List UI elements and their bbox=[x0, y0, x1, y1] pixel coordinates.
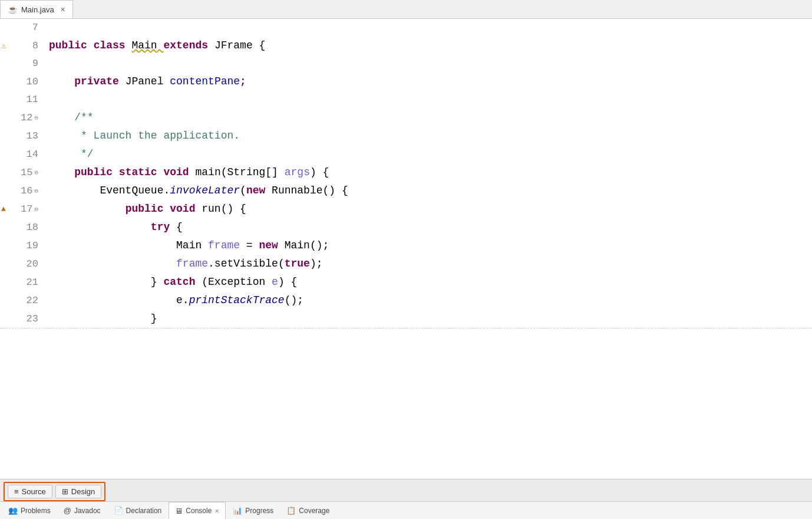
tab-label: Main.java bbox=[21, 5, 54, 14]
fold-icon[interactable]: ⊖ bbox=[34, 182, 38, 200]
bottom-tab-icon: 📄 bbox=[114, 506, 123, 515]
code-text: public class Main extends JFrame { bbox=[44, 37, 812, 54]
code-line: 7 bbox=[0, 19, 812, 37]
bottom-tabs-bar: 👥Problems@Javadoc📄Declaration🖥Console✕📊P… bbox=[0, 501, 812, 519]
source-design-bar: ≡ Source ⊞ Design bbox=[0, 479, 812, 501]
line-number: 23 bbox=[0, 310, 44, 328]
code-line: ⚠8public class Main extends JFrame { bbox=[0, 37, 812, 55]
bottom-tab-close-icon[interactable]: ✕ bbox=[214, 508, 219, 514]
bottom-tab-label: Console bbox=[186, 507, 212, 515]
fold-icon[interactable]: ⊖ bbox=[34, 109, 38, 127]
line-number: 15⊖ bbox=[0, 164, 44, 182]
code-text: frame.setVisible(true); bbox=[44, 255, 812, 272]
java-tab-icon: ☕ bbox=[8, 5, 18, 14]
design-label: Design bbox=[71, 487, 95, 496]
line-number: 7 bbox=[0, 19, 44, 37]
bottom-tab-label: Progress bbox=[245, 507, 273, 515]
bottom-tab-icon: 📊 bbox=[233, 506, 242, 515]
editor-area: 7⚠8public class Main extends JFrame {910… bbox=[0, 19, 812, 479]
code-line: 16⊖ EventQueue.invokeLater(new Runnable(… bbox=[0, 182, 812, 200]
line-number: ⚠8 bbox=[0, 37, 44, 55]
design-icon: ⊞ bbox=[62, 487, 68, 496]
line-number: ▲17⊖ bbox=[0, 201, 44, 218]
line-number: 12⊖ bbox=[0, 109, 44, 127]
code-line: 22 e.printStackTrace(); bbox=[0, 291, 812, 310]
source-label: Source bbox=[22, 487, 46, 496]
line-number: 19 bbox=[0, 237, 44, 255]
bottom-tab-javadoc[interactable]: @Javadoc bbox=[58, 502, 107, 519]
code-line: 15⊖ public static void main(String[] arg… bbox=[0, 163, 812, 182]
code-line: 21 } catch (Exception e) { bbox=[0, 273, 812, 291]
bottom-tab-label: Problems bbox=[21, 507, 51, 515]
line-number: 9 bbox=[0, 55, 44, 73]
line-number: 14 bbox=[0, 146, 44, 163]
line-number: 16⊖ bbox=[0, 182, 44, 200]
code-line: 12⊖ /** bbox=[0, 109, 812, 127]
main-java-tab[interactable]: ☕ Main.java ✕ bbox=[0, 0, 73, 18]
bottom-tab-icon: 📋 bbox=[286, 506, 296, 515]
code-text: } bbox=[44, 310, 812, 327]
line-number: 20 bbox=[0, 255, 44, 273]
code-line: 13 * Launch the application. bbox=[0, 127, 812, 145]
source-icon: ≡ bbox=[14, 487, 19, 496]
line-number: 18 bbox=[0, 219, 44, 236]
code-text: Main frame = new Main(); bbox=[44, 236, 812, 254]
bottom-tab-declaration[interactable]: 📄Declaration bbox=[108, 502, 168, 519]
code-text: EventQueue.invokeLater(new Runnable() { bbox=[44, 182, 812, 199]
code-text: } catch (Exception e) { bbox=[44, 273, 812, 291]
code-content: 7⚠8public class Main extends JFrame {910… bbox=[0, 19, 812, 479]
code-line: 20 frame.setVisible(true); bbox=[0, 255, 812, 273]
bottom-tab-progress[interactable]: 📊Progress bbox=[227, 502, 279, 519]
line-number: 13 bbox=[0, 127, 44, 145]
bottom-tab-console[interactable]: 🖥Console✕ bbox=[169, 502, 226, 519]
code-line: 14 */ bbox=[0, 145, 812, 163]
code-text: e.printStackTrace(); bbox=[44, 291, 812, 309]
code-line: 19 Main frame = new Main(); bbox=[0, 236, 812, 255]
breakpoint-icon: ▲ bbox=[1, 201, 6, 218]
bottom-tab-coverage[interactable]: 📋Coverage bbox=[280, 502, 335, 519]
line-number: 10 bbox=[0, 73, 44, 91]
code-line: 9 bbox=[0, 55, 812, 73]
line-number: 11 bbox=[0, 91, 44, 109]
bottom-tab-label: Javadoc bbox=[74, 507, 101, 515]
tab-close-icon[interactable]: ✕ bbox=[60, 6, 65, 14]
code-line: 10 private JPanel contentPane; bbox=[0, 73, 812, 91]
bottom-tab-label: Declaration bbox=[126, 507, 162, 515]
bottom-tab-icon: 🖥 bbox=[175, 507, 183, 515]
code-line: 11 bbox=[0, 91, 812, 109]
bottom-tab-problems[interactable]: 👥Problems bbox=[2, 502, 57, 519]
line-number: 21 bbox=[0, 274, 44, 291]
bottom-tab-icon: 👥 bbox=[8, 506, 18, 515]
line-number: 22 bbox=[0, 292, 44, 310]
source-tab[interactable]: ≡ Source bbox=[8, 485, 52, 498]
code-line: ▲17⊖ public void run() { bbox=[0, 200, 812, 218]
tab-bar: ☕ Main.java ✕ bbox=[0, 0, 812, 19]
warning-icon: ⚠ bbox=[1, 37, 6, 55]
bottom-tab-label: Coverage bbox=[299, 507, 329, 515]
design-tab[interactable]: ⊞ Design bbox=[55, 485, 101, 498]
fold-icon[interactable]: ⊖ bbox=[34, 201, 38, 218]
source-design-group: ≡ Source ⊞ Design bbox=[4, 482, 105, 501]
code-text: try { bbox=[44, 218, 812, 236]
code-line: 23 } bbox=[0, 310, 812, 329]
code-text: public void run() { bbox=[44, 200, 812, 218]
code-line: 18 try { bbox=[0, 218, 812, 236]
code-text: public static void main(String[] args) { bbox=[44, 163, 812, 181]
bottom-tab-icon: @ bbox=[64, 506, 71, 515]
code-text: private JPanel contentPane; bbox=[44, 73, 812, 90]
code-text: */ bbox=[44, 145, 812, 163]
code-text: /** bbox=[44, 109, 812, 126]
fold-icon[interactable]: ⊖ bbox=[34, 164, 38, 182]
code-text: * Launch the application. bbox=[44, 127, 812, 144]
